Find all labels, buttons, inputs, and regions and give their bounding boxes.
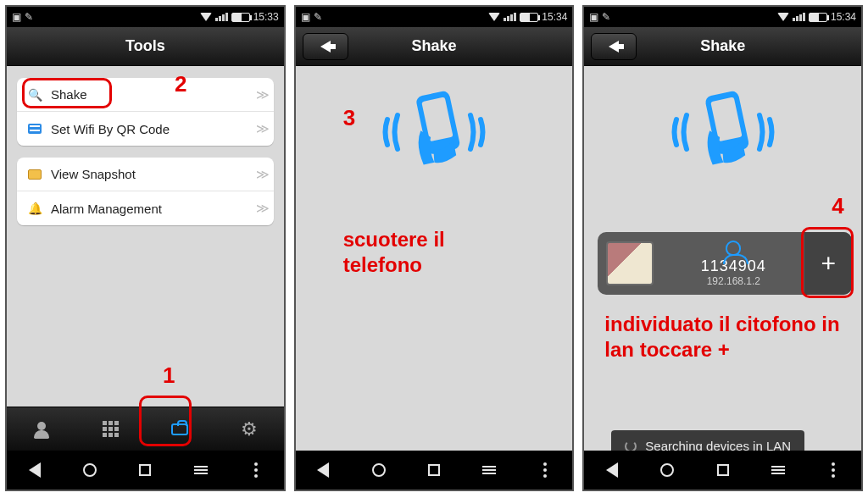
row-label: Set Wifi By QR Code xyxy=(51,122,256,136)
battery-icon xyxy=(231,13,250,22)
phone-3: ▣ ✎ 15:34 Shake xyxy=(582,5,863,491)
wifi-icon xyxy=(200,13,212,21)
person-icon xyxy=(726,241,741,256)
annotation-num-2: 2 xyxy=(175,71,186,97)
nav-home[interactable] xyxy=(366,463,392,477)
person-icon xyxy=(34,422,49,437)
signal-icon xyxy=(793,13,805,21)
nav-menu[interactable] xyxy=(765,466,791,474)
battery-icon xyxy=(809,13,827,22)
annotation-num-1: 1 xyxy=(163,362,175,389)
nav-back[interactable] xyxy=(310,462,336,478)
status-icon: ✎ xyxy=(602,11,610,23)
phone-2: ▣ ✎ 15:34 Shake xyxy=(294,5,575,491)
device-ip: 192.168.1.2 xyxy=(662,275,804,287)
bell-icon: 🔔 xyxy=(25,199,44,218)
nav-recent[interactable] xyxy=(710,464,736,476)
status-icon: ✎ xyxy=(25,11,33,23)
status-icon: ▣ xyxy=(589,11,598,23)
annotation-num-3: 3 xyxy=(343,105,355,131)
back-button[interactable] xyxy=(303,33,348,60)
gear-icon: ⚙ xyxy=(241,418,258,440)
nav-home[interactable] xyxy=(654,463,680,477)
spinner-icon xyxy=(625,440,637,451)
phone-1: ▣ ✎ 15:33 Tools 🔍 Shake ≫ Set Wifi By QR… xyxy=(5,5,286,491)
annotation-box-4 xyxy=(801,227,854,298)
signal-icon xyxy=(504,13,516,21)
shake-illustration xyxy=(370,81,498,183)
annotation-num-4: 4 xyxy=(832,193,843,219)
page-title: Tools xyxy=(125,37,165,55)
status-icon: ▣ xyxy=(301,11,310,23)
clock: 15:34 xyxy=(542,11,567,23)
back-arrow-icon xyxy=(609,41,619,53)
wifi-icon xyxy=(488,13,500,21)
status-icon: ✎ xyxy=(314,11,322,23)
android-nav xyxy=(7,451,284,490)
row-alarm[interactable]: 🔔 Alarm Management ≫ xyxy=(17,191,274,225)
content-area: 3 scuotere il telefono xyxy=(296,66,573,451)
nav-more[interactable] xyxy=(821,462,846,478)
toast-text: Searching devices in LAN xyxy=(645,439,791,451)
nav-home[interactable] xyxy=(77,463,103,477)
nav-recent[interactable] xyxy=(421,464,447,476)
nav-recent[interactable] xyxy=(132,464,158,476)
list-group-b: View Snapshot ≫ 🔔 Alarm Management ≫ xyxy=(17,158,274,225)
row-label: Alarm Management xyxy=(51,202,256,216)
app-header: Tools xyxy=(7,27,284,66)
tab-settings[interactable]: ⚙ xyxy=(214,407,284,451)
android-nav xyxy=(296,451,573,490)
chevron-icon: ≫ xyxy=(256,87,267,102)
nav-menu[interactable] xyxy=(476,466,502,474)
wifi-icon xyxy=(777,13,789,21)
row-label: View Snapshot xyxy=(51,167,256,181)
annotation-text-4: individuato il citofono in lan toccare + xyxy=(604,312,850,362)
content-area: 🔍 Shake ≫ Set Wifi By QR Code ≫ View Sna… xyxy=(7,66,284,407)
status-icon: ▣ xyxy=(12,11,21,23)
nav-more[interactable] xyxy=(243,462,269,478)
chevron-icon: ≫ xyxy=(256,201,267,216)
status-bar: ▣ ✎ 15:34 xyxy=(584,7,861,27)
row-snapshot[interactable]: View Snapshot ≫ xyxy=(17,158,274,191)
signal-icon xyxy=(215,13,228,21)
grid-icon xyxy=(103,421,119,437)
nav-back[interactable] xyxy=(599,462,625,478)
back-button[interactable] xyxy=(591,33,637,60)
row-qr[interactable]: Set Wifi By QR Code ≫ xyxy=(17,112,274,146)
clock: 15:33 xyxy=(253,11,279,23)
tab-grid[interactable] xyxy=(76,407,146,451)
status-bar: ▣ ✎ 15:33 xyxy=(7,7,284,27)
nav-more[interactable] xyxy=(532,462,558,478)
annotation-box-2 xyxy=(22,78,112,108)
status-bar: ▣ ✎ 15:34 xyxy=(296,7,573,27)
app-header: Shake xyxy=(584,27,861,66)
nav-back[interactable] xyxy=(22,462,47,478)
android-nav xyxy=(584,451,861,490)
annotation-box-1 xyxy=(139,396,192,446)
back-arrow-icon xyxy=(320,41,331,53)
clock: 15:34 xyxy=(831,11,856,23)
chevron-icon: ≫ xyxy=(256,167,267,182)
image-icon xyxy=(25,165,44,184)
app-header: Shake xyxy=(296,27,573,66)
nav-menu[interactable] xyxy=(188,466,214,474)
page-title: Shake xyxy=(700,37,745,55)
device-thumbnail xyxy=(606,241,654,285)
device-info: 1134904 192.168.1.2 xyxy=(662,241,804,287)
annotation-text-3: scuotere il telefono xyxy=(343,227,445,278)
qr-icon xyxy=(25,119,44,138)
chevron-icon: ≫ xyxy=(256,121,267,136)
page-title: Shake xyxy=(411,37,456,55)
shake-illustration xyxy=(659,81,787,183)
content-area: 1134904 192.168.1.2 + 4 individuato il c… xyxy=(584,66,861,451)
searching-toast: Searching devices in LAN xyxy=(611,430,804,451)
battery-icon xyxy=(520,13,538,22)
tab-contacts[interactable] xyxy=(7,407,76,451)
